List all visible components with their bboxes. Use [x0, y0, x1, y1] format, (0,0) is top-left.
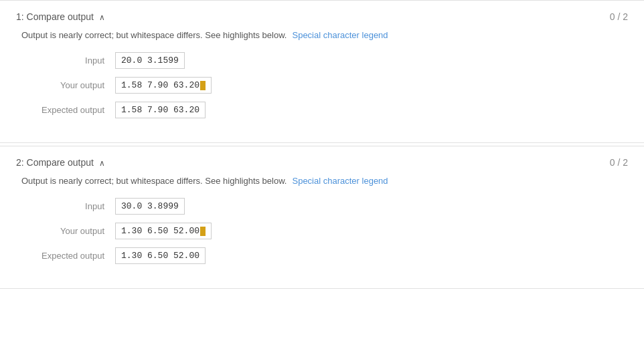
section-score-1: 0 / 2	[610, 11, 628, 22]
message-row-2: Output is nearly correct; but whitespace…	[16, 176, 628, 186]
code-box-1-1: 20.0 3.1599	[115, 52, 185, 69]
page-container: 1: Compare output ∧0 / 2Output is nearly…	[0, 0, 644, 361]
section-1: 1: Compare output ∧0 / 2Output is nearly…	[0, 0, 644, 143]
row-2-1: Input30.0 3.8999	[16, 198, 628, 215]
special-legend-link-1[interactable]: Special character legend	[292, 30, 388, 40]
row-label-2-3: Expected output	[21, 251, 115, 261]
section-header-2: 2: Compare output ∧0 / 2	[16, 157, 628, 168]
special-legend-link-2[interactable]: Special character legend	[292, 176, 388, 186]
row-2-2: Your output1.30 6.50 52.00	[16, 223, 628, 239]
code-box-1-2: 1.58 7.90 63.20	[115, 77, 212, 94]
row-label-1-1: Input	[21, 55, 115, 66]
message-text-2: Output is nearly correct; but whitespace…	[21, 176, 287, 186]
code-box-1-3: 1.58 7.90 63.20	[115, 102, 206, 118]
code-box-2-3: 1.30 6.50 52.00	[115, 247, 206, 264]
row-label-2-2: Your output	[21, 226, 115, 236]
chevron-icon: ∧	[99, 13, 105, 22]
chevron-icon: ∧	[99, 158, 105, 168]
row-1-1: Input20.0 3.1599	[16, 52, 628, 69]
row-2-3: Expected output1.30 6.50 52.00	[16, 247, 628, 264]
trailing-whitespace-mark	[200, 81, 206, 90]
trailing-whitespace-mark	[200, 227, 206, 236]
section-title-2[interactable]: 2: Compare output ∧	[16, 157, 105, 168]
row-1-2: Your output1.58 7.90 63.20	[16, 77, 628, 94]
row-1-3: Expected output1.58 7.90 63.20	[16, 102, 628, 118]
code-box-2-1: 30.0 3.8999	[115, 198, 185, 215]
section-score-2: 0 / 2	[610, 157, 628, 168]
section-2: 2: Compare output ∧0 / 2Output is nearly…	[0, 146, 644, 289]
row-label-2-1: Input	[21, 201, 115, 211]
section-header-1: 1: Compare output ∧0 / 2	[16, 11, 628, 22]
row-label-1-2: Your output	[21, 80, 115, 90]
code-box-2-2: 1.30 6.50 52.00	[115, 223, 212, 239]
row-label-1-3: Expected output	[21, 105, 115, 115]
message-row-1: Output is nearly correct; but whitespace…	[16, 30, 628, 40]
message-text-1: Output is nearly correct; but whitespace…	[21, 30, 287, 40]
section-title-1[interactable]: 1: Compare output ∧	[16, 11, 105, 22]
